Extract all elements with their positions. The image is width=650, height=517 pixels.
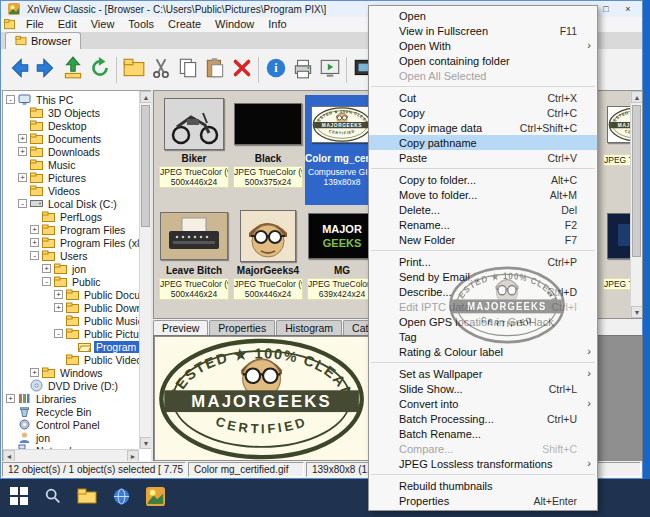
menubar-item-create[interactable]: Create bbox=[161, 17, 208, 32]
thumbnail-biker[interactable]: BikerJPEG TrueColor (v1.1)500x446x24 bbox=[157, 95, 231, 205]
tree-item-recycle-bin[interactable]: Recycle Bin bbox=[3, 405, 139, 418]
collapse-icon[interactable]: - bbox=[18, 199, 27, 208]
collapse-icon[interactable]: - bbox=[30, 251, 39, 260]
tree-item-public-downloa[interactable]: +Public Downloa bbox=[3, 301, 139, 314]
tree-vertical-scrollbar[interactable]: ▲▼ bbox=[139, 91, 151, 449]
close-button[interactable]: × bbox=[618, 3, 638, 16]
context-menu-item-slide-show-[interactable]: Slide Show...Ctrl+L bbox=[369, 381, 597, 396]
context-menu-item-tag[interactable]: Tag bbox=[369, 329, 597, 344]
tree-item-music[interactable]: Music bbox=[3, 158, 139, 171]
context-menu-item-compare-[interactable]: Compare...Shift+C bbox=[369, 441, 597, 456]
up-level-button[interactable] bbox=[59, 55, 86, 85]
context-menu-item-copy-image-data[interactable]: Copy image dataCtrl+Shift+C bbox=[369, 120, 597, 135]
info-button[interactable]: i bbox=[262, 55, 289, 85]
tree-item-public-music[interactable]: Public Music bbox=[3, 314, 139, 327]
context-menu-item-set-as-wallpaper[interactable]: Set as Wallpaper› bbox=[369, 366, 597, 381]
menubar-item-file[interactable]: File bbox=[19, 17, 51, 32]
context-menu-item-open-gps-location-in-geohack[interactable]: Open GPS location in GeoHack bbox=[369, 314, 597, 329]
tree-item-users[interactable]: -Users bbox=[3, 249, 139, 262]
browser-taskbar-button[interactable] bbox=[104, 481, 138, 515]
context-menu-item-describe-[interactable]: Describe...Ctrl+D bbox=[369, 284, 597, 299]
context-menu-item-jpeg-lossless-transformations[interactable]: JPEG Lossless transformations› bbox=[369, 456, 597, 471]
print-button[interactable] bbox=[289, 55, 316, 85]
context-menu-item-properties[interactable]: PropertiesAlt+Enter bbox=[369, 493, 597, 508]
expand-icon[interactable]: + bbox=[30, 225, 39, 234]
expand-icon[interactable]: + bbox=[18, 173, 27, 182]
scroll-thumb[interactable] bbox=[141, 105, 150, 227]
scroll-up-icon[interactable]: ▲ bbox=[631, 91, 643, 103]
expand-icon[interactable]: + bbox=[54, 290, 63, 299]
context-menu-item-view-in-fullscreen[interactable]: View in FullscreenF11 bbox=[369, 23, 597, 38]
context-menu-item-batch-rename-[interactable]: Batch Rename... bbox=[369, 426, 597, 441]
tree-item-local-disk-c-[interactable]: -Local Disk (C:) bbox=[3, 197, 139, 210]
slideshow-button[interactable] bbox=[316, 55, 343, 85]
context-menu-item-print-[interactable]: Print...Ctrl+P bbox=[369, 254, 597, 269]
tree-item-videos[interactable]: Videos bbox=[3, 184, 139, 197]
collapse-icon[interactable]: - bbox=[42, 277, 51, 286]
menubar-item-view[interactable]: View bbox=[84, 17, 122, 32]
tree-item-downloads[interactable]: +Downloads bbox=[3, 145, 139, 158]
tree-item-jon[interactable]: +jon bbox=[3, 262, 139, 275]
thumbnails-vertical-scrollbar[interactable]: ▲▼ bbox=[630, 91, 642, 318]
paste-button[interactable] bbox=[201, 55, 228, 85]
back-button[interactable] bbox=[5, 55, 32, 85]
expand-icon[interactable]: + bbox=[18, 134, 27, 143]
context-menu-item-rebuild-thumbnails[interactable]: Rebuild thumbnails bbox=[369, 478, 597, 493]
collapse-icon[interactable]: - bbox=[54, 329, 63, 338]
context-menu-item-cut[interactable]: CutCtrl+X bbox=[369, 90, 597, 105]
search-taskbar-button[interactable] bbox=[36, 481, 70, 515]
tree-item-pictures[interactable]: +Pictures bbox=[3, 171, 139, 184]
menubar-item-window[interactable]: Window bbox=[208, 17, 261, 32]
context-menu-item-convert-into[interactable]: Convert into› bbox=[369, 396, 597, 411]
context-menu-item-copy[interactable]: CopyCtrl+C bbox=[369, 105, 597, 120]
delete-button[interactable] bbox=[228, 55, 255, 85]
cut-button[interactable] bbox=[147, 55, 174, 85]
context-menu-item-open-containing-folder[interactable]: Open containing folder bbox=[369, 53, 597, 68]
tree-item-public-pictures[interactable]: -Public Pictures bbox=[3, 327, 139, 340]
context-menu-item-open-all-selected[interactable]: Open All Selected bbox=[369, 68, 597, 83]
expand-icon[interactable]: + bbox=[6, 394, 15, 403]
thumbnail-majorgeeks4[interactable]: MajorGeeks4JPEG TrueColor (v1.1)500x446x… bbox=[231, 207, 305, 317]
refresh-button[interactable] bbox=[86, 55, 113, 85]
thumbnail-black[interactable]: BlackJPEG TrueColor (v1.1)500x375x24 bbox=[231, 95, 305, 205]
expand-icon[interactable]: + bbox=[42, 264, 51, 273]
tree-item-this-pc[interactable]: -This PC bbox=[3, 93, 139, 106]
tree-item-documents[interactable]: +Documents bbox=[3, 132, 139, 145]
expand-icon[interactable]: + bbox=[18, 147, 27, 156]
context-menu-item-copy-pathname[interactable]: Copy pathname bbox=[369, 135, 597, 150]
scroll-thumb[interactable] bbox=[632, 105, 641, 257]
menubar-item-edit[interactable]: Edit bbox=[51, 17, 84, 32]
expand-icon[interactable]: + bbox=[54, 303, 63, 312]
tree-item-desktop[interactable]: Desktop bbox=[3, 119, 139, 132]
context-menu-item-delete-[interactable]: Delete...Del bbox=[369, 202, 597, 217]
maximize-button[interactable]: □ bbox=[596, 3, 616, 16]
tab-browser[interactable]: Browser bbox=[5, 32, 81, 49]
context-menu-item-open[interactable]: Open bbox=[369, 8, 597, 23]
context-menu-item-open-with[interactable]: Open With› bbox=[369, 38, 597, 53]
tree-item-public-videos[interactable]: Public Videos bbox=[3, 353, 139, 366]
copy-button[interactable] bbox=[174, 55, 201, 85]
thumbnail-leave-bitch[interactable]: Leave BitchJPEG TrueColor (v1.1)500x446x… bbox=[157, 207, 231, 317]
tree-item-windows[interactable]: +Windows bbox=[3, 366, 139, 379]
tree-item-program-files-x86-[interactable]: +Program Files (x86) bbox=[3, 236, 139, 249]
tree-item-libraries[interactable]: +Libraries bbox=[3, 392, 139, 405]
context-menu-item-batch-processing-[interactable]: Batch Processing...Ctrl+U bbox=[369, 411, 597, 426]
tree-item-public[interactable]: -Public bbox=[3, 275, 139, 288]
xnview-taskbar-button[interactable] bbox=[138, 481, 172, 515]
forward-button[interactable] bbox=[32, 55, 59, 85]
expand-icon[interactable]: + bbox=[30, 238, 39, 247]
tree-item-program-files[interactable]: +Program Files bbox=[3, 223, 139, 236]
context-menu-item-move-to-folder-[interactable]: Move to folder...Alt+M bbox=[369, 187, 597, 202]
collapse-icon[interactable]: - bbox=[6, 95, 15, 104]
explorer-taskbar-button[interactable] bbox=[70, 481, 104, 515]
context-menu-item-new-folder[interactable]: New FolderF7 bbox=[369, 232, 597, 247]
context-menu-item-rename-[interactable]: Rename...F2 bbox=[369, 217, 597, 232]
expand-icon[interactable]: + bbox=[30, 368, 39, 377]
context-menu-item-send-by-email-[interactable]: Send by Email... bbox=[369, 269, 597, 284]
tree-item-perflogs[interactable]: PerfLogs bbox=[3, 210, 139, 223]
context-menu-item-rating-colour-label[interactable]: Rating & Colour label› bbox=[369, 344, 597, 359]
tree-item-jon[interactable]: jon bbox=[3, 431, 139, 444]
tree-item-3d-objects[interactable]: 3D Objects bbox=[3, 106, 139, 119]
start-taskbar-button[interactable] bbox=[2, 481, 36, 515]
tree-item-dvd-drive-d-[interactable]: DVD Drive (D:) bbox=[3, 379, 139, 392]
